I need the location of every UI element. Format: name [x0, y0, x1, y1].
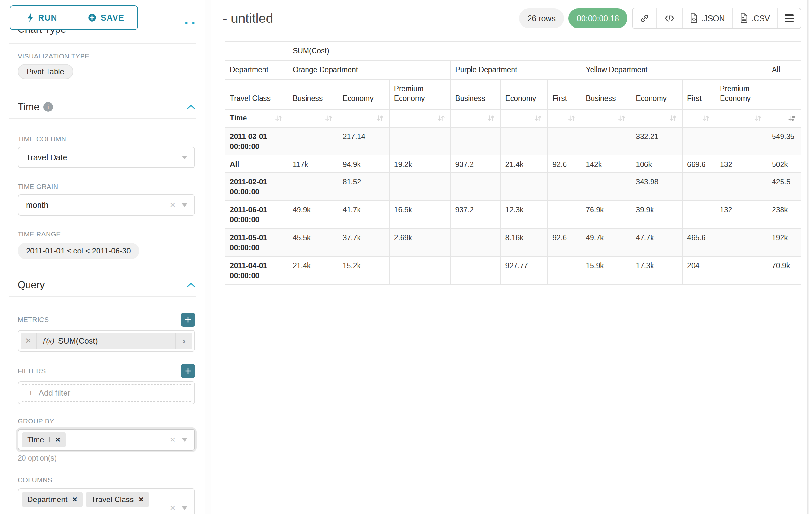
export-csv-button[interactable]: .CSV — [733, 8, 778, 28]
time-range-pill[interactable]: 2011-01-01 ≤ col < 2011-06-30 — [18, 243, 139, 259]
sort-cell[interactable] — [715, 109, 767, 127]
pivot-cell: 343.98 — [631, 172, 682, 200]
chip-close-icon[interactable]: ✕ — [72, 496, 78, 504]
run-button[interactable]: RUN — [10, 6, 74, 29]
pivot-cell: 132 — [715, 155, 767, 172]
export-csv-label: .CSV — [751, 14, 770, 23]
columns-chip-travel-class[interactable]: Travel Class ✕ — [86, 492, 149, 507]
sort-arrows-icon[interactable] — [274, 114, 283, 123]
sort-arrows-icon[interactable] — [324, 114, 333, 123]
metrics-box: ✕ ƒ(x) SUM(Cost) › — [18, 330, 195, 352]
sort-arrows-icon[interactable] — [534, 114, 543, 123]
pivot-cell: 937.2 — [451, 155, 501, 172]
clear-icon[interactable]: × — [170, 504, 175, 512]
visualization-type-value: Pivot Table — [27, 67, 64, 76]
chevron-down-icon[interactable] — [182, 204, 187, 207]
time-column-select[interactable]: Travel Date — [18, 147, 195, 168]
metric-pill[interactable]: ✕ ƒ(x) SUM(Cost) › — [21, 333, 192, 349]
add-filter-button[interactable] — [181, 364, 195, 378]
pivot-cell: 15.2k — [338, 256, 389, 284]
pivot-cell — [288, 127, 338, 155]
column-info-icon[interactable]: i — [49, 436, 50, 444]
export-json-button[interactable]: .JSON — [683, 8, 733, 28]
time-column-label: TIME COLUMN — [18, 135, 195, 143]
sort-descending-icon[interactable] — [787, 114, 796, 123]
columns-select[interactable]: Department ✕ Travel Class ✕ × — [18, 488, 195, 514]
sort-cell[interactable] — [548, 109, 581, 127]
panel-scrollbar[interactable] — [205, 0, 211, 514]
chart-type-collapse-icon[interactable] — [185, 23, 195, 24]
chevron-down-icon[interactable] — [182, 506, 187, 510]
sort-arrows-icon[interactable] — [701, 114, 710, 123]
clear-icon[interactable]: × — [170, 435, 175, 444]
page-title[interactable]: - untitled — [223, 11, 273, 26]
sort-arrows-icon[interactable] — [376, 114, 384, 123]
remove-metric-icon[interactable]: ✕ — [21, 333, 37, 349]
add-filter-dropzone[interactable]: + Add filter — [21, 384, 192, 402]
hamburger-menu-icon — [785, 15, 794, 23]
group-by-chip-time[interactable]: Time i ✕ — [22, 432, 66, 447]
sort-cell[interactable] — [338, 109, 389, 127]
sort-cell[interactable] — [389, 109, 451, 127]
chevron-up-icon[interactable] — [187, 282, 195, 288]
visualization-type-pill[interactable]: Pivot Table — [18, 64, 73, 79]
clear-icon[interactable]: × — [170, 200, 175, 210]
metric-expand-icon[interactable]: › — [175, 333, 192, 349]
sort-arrows-icon[interactable] — [437, 114, 446, 123]
pivot-cell — [715, 127, 767, 155]
travel-class-column-header: Business — [451, 80, 501, 109]
time-sort-header[interactable]: Time — [225, 109, 288, 127]
metric-header: SUM(Cost) — [288, 42, 801, 60]
time-grain-select[interactable]: month × — [18, 194, 195, 216]
sort-arrows-icon[interactable] — [753, 114, 762, 123]
pivot-cell: 49.7k — [581, 228, 631, 256]
chip-close-icon[interactable]: ✕ — [55, 436, 61, 444]
time-section-header: Time i — [18, 101, 195, 113]
columns-chip-department[interactable]: Department ✕ — [22, 492, 83, 507]
pivot-cell — [500, 172, 548, 200]
sort-cell[interactable] — [500, 109, 548, 127]
sort-arrows-icon[interactable] — [567, 114, 576, 123]
pivot-cell: 142k — [581, 155, 631, 172]
pivot-cell: 937.2 — [451, 200, 501, 228]
sort-arrows-icon[interactable] — [617, 114, 626, 123]
sort-cell[interactable] — [767, 109, 801, 127]
embed-code-button[interactable] — [657, 8, 683, 28]
plus-circle-icon — [88, 13, 96, 22]
pivot-cell: 117k — [288, 155, 338, 172]
department-header: Department — [225, 60, 288, 80]
run-save-button-group: RUN SAVE — [10, 5, 138, 30]
pivot-cell — [451, 256, 501, 284]
pivot-cell — [548, 127, 581, 155]
pivot-cell: 81.52 — [338, 172, 389, 200]
share-link-button[interactable] — [633, 8, 657, 28]
pivot-cell: 669.6 — [682, 155, 715, 172]
sort-arrows-icon[interactable] — [669, 114, 677, 123]
save-button[interactable]: SAVE — [74, 6, 137, 29]
travel-class-header-row: Travel ClassBusinessEconomyPremium Econo… — [225, 80, 801, 109]
sort-arrows-icon[interactable] — [487, 114, 496, 123]
info-circle-icon[interactable]: i — [43, 102, 53, 112]
sort-cell[interactable] — [631, 109, 682, 127]
travel-class-column-header — [767, 80, 801, 109]
metric-main[interactable]: ƒ(x) SUM(Cost) — [37, 333, 175, 349]
pivot-cell: 132 — [715, 200, 767, 228]
travel-class-column-header: First — [682, 80, 715, 109]
travel-class-column-header: Premium Economy — [715, 80, 767, 109]
menu-button[interactable] — [778, 8, 801, 28]
control-panel: Chart Type RUN SAVE VISUALIZATION TYPE P… — [0, 0, 205, 514]
chevron-down-icon[interactable] — [182, 438, 187, 442]
sort-cell[interactable] — [581, 109, 631, 127]
group-by-select[interactable]: Time i ✕ × — [18, 429, 195, 451]
file-text-icon — [740, 13, 748, 23]
sort-cell[interactable] — [451, 109, 501, 127]
code-icon — [664, 14, 675, 23]
main-scrollbar[interactable] — [807, 0, 809, 514]
chevron-up-icon[interactable] — [187, 104, 195, 110]
add-metric-button[interactable] — [181, 313, 195, 327]
sort-cell[interactable] — [288, 109, 338, 127]
chevron-down-icon[interactable] — [182, 156, 187, 159]
pivot-cell — [715, 228, 767, 256]
chip-close-icon[interactable]: ✕ — [138, 496, 144, 504]
sort-cell[interactable] — [682, 109, 715, 127]
